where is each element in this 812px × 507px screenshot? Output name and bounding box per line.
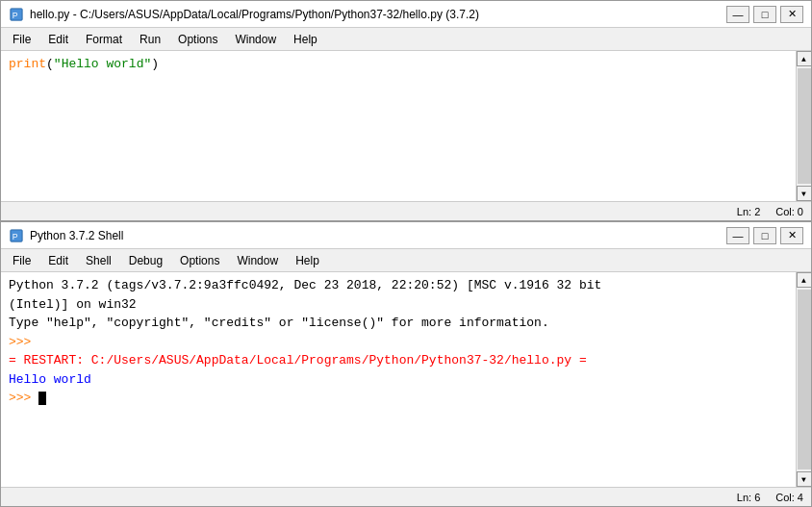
svg-text:P: P [13, 231, 18, 241]
editor-menu-bar: File Edit Format Run Options Window Help [1, 28, 811, 51]
shell-maximize-button[interactable]: □ [753, 227, 776, 244]
editor-code-display[interactable]: print("Hello world") [1, 51, 796, 201]
editor-menu-help[interactable]: Help [286, 31, 325, 48]
editor-title-text: hello.py - C:/Users/ASUS/AppData/Local/P… [30, 8, 721, 21]
editor-status-bar: Ln: 2 Col: 0 [1, 201, 811, 220]
shell-window-controls: — □ ✕ [726, 227, 803, 244]
editor-menu-window[interactable]: Window [227, 31, 284, 48]
shell-menu-file[interactable]: File [5, 252, 38, 269]
editor-window-controls: — □ ✕ [726, 6, 803, 23]
shell-menu-debug[interactable]: Debug [121, 252, 170, 269]
shell-scrollbar[interactable]: ▲ ▼ [796, 272, 811, 487]
cursor-blink [38, 392, 46, 405]
shell-menu-window[interactable]: Window [229, 252, 286, 269]
editor-maximize-button[interactable]: □ [753, 6, 776, 23]
shell-version-line1: Python 3.7.2 (tags/v3.7.2:9a3ffc0492, De… [9, 278, 601, 292]
shell-close-button[interactable]: ✕ [780, 227, 803, 244]
shell-menu-shell[interactable]: Shell [78, 252, 119, 269]
editor-window: P hello.py - C:/Users/ASUS/AppData/Local… [0, 0, 812, 221]
editor-menu-edit[interactable]: Edit [40, 31, 76, 48]
shell-menu-help[interactable]: Help [288, 252, 327, 269]
shell-window: P Python 3.7.2 Shell — □ ✕ File Edit She… [0, 221, 812, 507]
shell-menu-edit[interactable]: Edit [40, 252, 76, 269]
shell-col-number: Col: 4 [775, 492, 803, 503]
shell-prompt2: >>> [9, 391, 46, 405]
shell-status-bar: Ln: 6 Col: 4 [1, 487, 811, 506]
editor-menu-options[interactable]: Options [170, 31, 225, 48]
shell-menu-bar: File Edit Shell Debug Options Window Hel… [1, 249, 811, 272]
editor-scrollbar[interactable]: ▲ ▼ [796, 51, 811, 201]
editor-menu-format[interactable]: Format [78, 31, 130, 48]
shell-restart-line: = RESTART: C:/Users/ASUS/AppData/Local/P… [9, 353, 587, 368]
editor-minimize-button[interactable]: — [726, 6, 749, 23]
shell-content-area: Python 3.7.2 (tags/v3.7.2:9a3ffc0492, De… [1, 272, 811, 487]
svg-text:P: P [13, 10, 18, 19]
editor-menu-run[interactable]: Run [132, 31, 168, 48]
scroll-up-arrow[interactable]: ▲ [797, 51, 812, 66]
shell-title-bar: P Python 3.7.2 Shell — □ ✕ [1, 222, 811, 249]
shell-line-number: Ln: 6 [737, 492, 760, 503]
editor-close-button[interactable]: ✕ [780, 6, 803, 23]
scroll-thumb[interactable] [798, 68, 811, 184]
editor-menu-file[interactable]: File [5, 31, 38, 48]
editor-title-bar: P hello.py - C:/Users/ASUS/AppData/Local… [1, 1, 811, 28]
shell-version-line2: (Intel)] on win32 [9, 297, 137, 312]
shell-type-hint: Type "help", "copyright", "credits" or "… [9, 316, 549, 330]
editor-content-area: print("Hello world") ▲ ▼ [1, 51, 811, 201]
shell-hello-output: Hello world [9, 372, 91, 387]
shell-minimize-button[interactable]: — [726, 227, 749, 244]
scroll-down-arrow[interactable]: ▼ [797, 186, 812, 201]
shell-menu-options[interactable]: Options [172, 252, 227, 269]
editor-window-icon: P [9, 7, 24, 22]
shell-scroll-up-arrow[interactable]: ▲ [797, 272, 812, 288]
shell-window-icon: P [9, 228, 24, 243]
shell-scroll-thumb[interactable] [798, 290, 811, 469]
shell-output-display[interactable]: Python 3.7.2 (tags/v3.7.2:9a3ffc0492, De… [1, 272, 796, 487]
editor-line-number: Ln: 2 [737, 206, 760, 217]
editor-col-number: Col: 0 [775, 206, 803, 217]
shell-scroll-down-arrow[interactable]: ▼ [797, 471, 812, 487]
shell-title-text: Python 3.7.2 Shell [30, 229, 721, 242]
shell-prompt1: >>> [9, 335, 31, 349]
